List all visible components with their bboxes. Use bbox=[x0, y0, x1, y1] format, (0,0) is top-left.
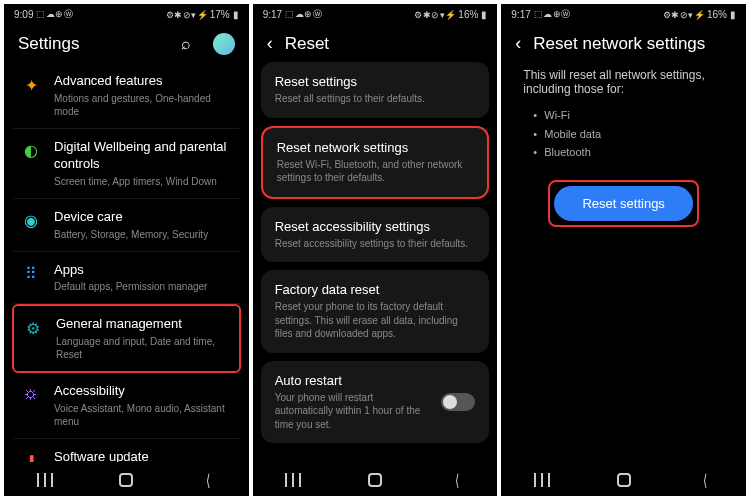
back-icon[interactable]: ‹ bbox=[267, 33, 273, 54]
status-battery: 16% bbox=[707, 9, 727, 20]
item-title: Software update bbox=[54, 449, 233, 462]
search-icon[interactable]: ⌕ bbox=[181, 35, 191, 53]
bullet-item: Wi-Fi bbox=[533, 106, 724, 125]
status-time: 9:17 bbox=[263, 9, 282, 20]
page-title: Reset bbox=[285, 34, 484, 54]
status-time: 9:09 bbox=[14, 9, 33, 20]
item-title: General management bbox=[56, 316, 231, 333]
item-subtitle: Default apps, Permission manager bbox=[54, 280, 233, 293]
status-battery: 16% bbox=[458, 9, 478, 20]
status-bar: 9:17⬚ ☁ ⊕ ⓦ ⚙ ✱ ⊘ ▾ ⚡16%▮ bbox=[501, 4, 746, 23]
item-subtitle: Reset all settings to their defaults. bbox=[275, 92, 476, 106]
status-bar: 9:17⬚ ☁ ⊕ ⓦ ⚙ ✱ ⊘ ▾ ⚡16%▮ bbox=[253, 4, 498, 23]
item-icon: ⠿ bbox=[20, 263, 42, 285]
item-title: Auto restart bbox=[275, 373, 432, 388]
header: ‹ Reset network settings bbox=[501, 23, 746, 62]
nav-back[interactable]: ⟨ bbox=[695, 472, 715, 488]
nav-bar: ⟨ bbox=[4, 462, 249, 496]
reset-item-reset-network-settings[interactable]: Reset network settingsReset Wi-Fi, Bluet… bbox=[261, 126, 490, 199]
settings-item-apps[interactable]: ⠿AppsDefault apps, Permission manager bbox=[12, 252, 241, 305]
bullet-item: Mobile data bbox=[533, 125, 724, 144]
item-title: Apps bbox=[54, 262, 233, 279]
item-icon: ⚙ bbox=[22, 317, 44, 339]
item-icon: ◉ bbox=[20, 210, 42, 232]
item-title: Reset network settings bbox=[277, 140, 474, 155]
settings-list: ✦Advanced featuresMotions and gestures, … bbox=[4, 63, 249, 462]
item-title: Reset settings bbox=[275, 74, 476, 89]
nav-bar: ⟨ bbox=[501, 462, 746, 496]
back-icon[interactable]: ‹ bbox=[515, 33, 521, 54]
battery-icon: ▮ bbox=[233, 9, 239, 20]
settings-item-advanced-features[interactable]: ✦Advanced featuresMotions and gestures, … bbox=[12, 63, 241, 129]
status-icons-left: ⬚ ☁ ⊕ ⓦ bbox=[534, 8, 570, 21]
nav-home[interactable] bbox=[116, 472, 136, 488]
header: Settings ⌕ bbox=[4, 23, 249, 63]
page-title: Settings bbox=[18, 34, 169, 54]
reset-network-screen: 9:17⬚ ☁ ⊕ ⓦ ⚙ ✱ ⊘ ▾ ⚡16%▮ ‹ Reset networ… bbox=[501, 4, 746, 496]
reset-item-reset-accessibility-settings[interactable]: Reset accessibility settingsReset access… bbox=[261, 207, 490, 263]
reset-screen: 9:17⬚ ☁ ⊕ ⓦ ⚙ ✱ ⊘ ▾ ⚡16%▮ ‹ Reset Reset … bbox=[253, 4, 498, 496]
reset-settings-button[interactable]: Reset settings bbox=[554, 186, 692, 221]
item-subtitle: Screen time, App timers, Wind Down bbox=[54, 175, 233, 188]
nav-recents[interactable] bbox=[532, 472, 552, 488]
status-time: 9:17 bbox=[511, 9, 530, 20]
item-subtitle: Voice Assistant, Mono audio, Assistant m… bbox=[54, 402, 233, 428]
header: ‹ Reset bbox=[253, 23, 498, 62]
status-icons-right: ⚙ ✱ ⊘ ▾ ⚡ bbox=[166, 10, 207, 20]
auto-restart-toggle[interactable] bbox=[441, 393, 475, 411]
settings-item-software-update[interactable]: ⬇Software updateDownload updates, Last u… bbox=[12, 439, 241, 462]
reset-network-content: This will reset all network settings, in… bbox=[501, 62, 746, 462]
battery-icon: ▮ bbox=[730, 9, 736, 20]
item-icon: ⬇ bbox=[20, 450, 42, 462]
status-battery: 17% bbox=[210, 9, 230, 20]
item-subtitle: Reset Wi-Fi, Bluetooth, and other networ… bbox=[277, 158, 474, 185]
status-icons-left: ⬚ ☁ ⊕ ⓦ bbox=[36, 8, 72, 21]
status-icons-left: ⬚ ☁ ⊕ ⓦ bbox=[285, 8, 321, 21]
settings-screen: 9:09⬚ ☁ ⊕ ⓦ ⚙ ✱ ⊘ ▾ ⚡17%▮ Settings ⌕ ✦Ad… bbox=[4, 4, 249, 496]
item-icon: ◐ bbox=[20, 140, 42, 162]
nav-home[interactable] bbox=[365, 472, 385, 488]
reset-button-wrap: Reset settings bbox=[548, 180, 698, 227]
item-title: Digital Wellbeing and parental controls bbox=[54, 139, 233, 173]
item-subtitle: Language and input, Date and time, Reset bbox=[56, 335, 231, 361]
item-subtitle: Motions and gestures, One-handed mode bbox=[54, 92, 233, 118]
item-title: Device care bbox=[54, 209, 233, 226]
nav-bar: ⟨ bbox=[253, 462, 498, 496]
nav-home[interactable] bbox=[614, 472, 634, 488]
nav-back[interactable]: ⟨ bbox=[447, 472, 467, 488]
reset-item-factory-data-reset[interactable]: Factory data resetReset your phone to it… bbox=[261, 270, 490, 353]
profile-avatar[interactable] bbox=[213, 33, 235, 55]
item-subtitle: Reset accessibility settings to their de… bbox=[275, 237, 476, 251]
item-subtitle: Reset your phone to its factory default … bbox=[275, 300, 476, 341]
item-subtitle: Battery, Storage, Memory, Security bbox=[54, 228, 233, 241]
nav-recents[interactable] bbox=[283, 472, 303, 488]
settings-item-device-care[interactable]: ◉Device careBattery, Storage, Memory, Se… bbox=[12, 199, 241, 252]
item-subtitle: Your phone will restart automatically wi… bbox=[275, 391, 432, 432]
item-icon: ⛭ bbox=[20, 384, 42, 406]
item-title: Factory data reset bbox=[275, 282, 476, 297]
status-icons-right: ⚙ ✱ ⊘ ▾ ⚡ bbox=[414, 10, 455, 20]
bullet-item: Bluetooth bbox=[533, 143, 724, 162]
reset-item-reset-settings[interactable]: Reset settingsReset all settings to thei… bbox=[261, 62, 490, 118]
battery-icon: ▮ bbox=[481, 9, 487, 20]
bullet-list: Wi-FiMobile dataBluetooth bbox=[509, 106, 738, 180]
item-title: Advanced features bbox=[54, 73, 233, 90]
settings-item-accessibility[interactable]: ⛭AccessibilityVoice Assistant, Mono audi… bbox=[12, 373, 241, 439]
nav-recents[interactable] bbox=[35, 472, 55, 488]
status-bar: 9:09⬚ ☁ ⊕ ⓦ ⚙ ✱ ⊘ ▾ ⚡17%▮ bbox=[4, 4, 249, 23]
settings-item-general-management[interactable]: ⚙General managementLanguage and input, D… bbox=[12, 304, 241, 373]
nav-back[interactable]: ⟨ bbox=[198, 472, 218, 488]
page-title: Reset network settings bbox=[533, 34, 732, 54]
reset-item-auto-restart[interactable]: Auto restartYour phone will restart auto… bbox=[261, 361, 490, 444]
status-icons-right: ⚙ ✱ ⊘ ▾ ⚡ bbox=[663, 10, 704, 20]
item-title: Accessibility bbox=[54, 383, 233, 400]
item-title: Reset accessibility settings bbox=[275, 219, 476, 234]
settings-item-digital-wellbeing-and-parental-controls[interactable]: ◐Digital Wellbeing and parental controls… bbox=[12, 129, 241, 199]
item-icon: ✦ bbox=[20, 74, 42, 96]
reset-list: Reset settingsReset all settings to thei… bbox=[253, 62, 498, 462]
description-text: This will reset all network settings, in… bbox=[509, 62, 738, 106]
